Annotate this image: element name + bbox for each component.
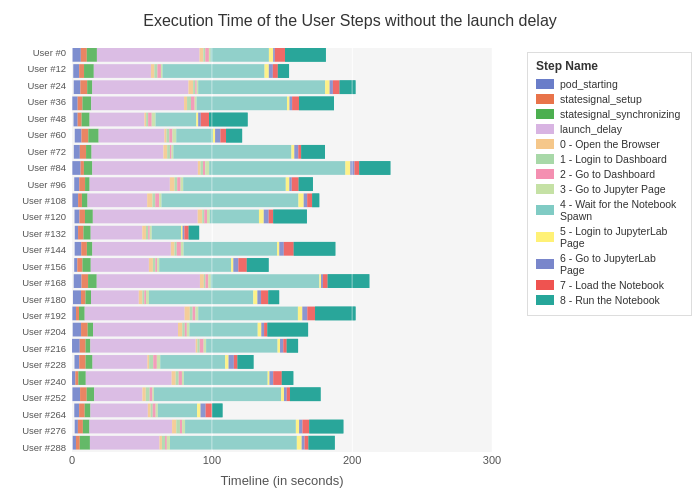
y-label: User #252 bbox=[0, 393, 70, 403]
svg-rect-201 bbox=[204, 274, 206, 288]
legend-label: pod_starting bbox=[560, 78, 618, 90]
legend-color-swatch bbox=[536, 79, 554, 89]
legend-label: 0 - Open the Browser bbox=[560, 138, 660, 150]
legend-label: 5 - Login to JupyterLab Page bbox=[560, 225, 683, 249]
svg-rect-90 bbox=[170, 145, 172, 159]
svg-rect-53 bbox=[292, 96, 299, 110]
legend-item: 4 - Wait for the Notebook Spawn bbox=[536, 198, 683, 222]
y-label: User #264 bbox=[0, 410, 70, 420]
svg-rect-349 bbox=[309, 436, 335, 450]
svg-rect-14 bbox=[73, 64, 79, 78]
svg-rect-98 bbox=[72, 161, 80, 175]
svg-rect-282 bbox=[78, 371, 85, 385]
svg-rect-304 bbox=[284, 387, 287, 401]
svg-rect-218 bbox=[149, 290, 253, 304]
svg-rect-1 bbox=[81, 48, 87, 62]
svg-rect-172 bbox=[171, 242, 175, 256]
svg-rect-24 bbox=[269, 64, 273, 78]
svg-rect-41 bbox=[340, 80, 356, 94]
svg-rect-137 bbox=[307, 193, 312, 207]
svg-rect-293 bbox=[282, 371, 293, 385]
svg-rect-319 bbox=[206, 404, 212, 418]
svg-rect-299 bbox=[146, 387, 150, 401]
y-label: User #288 bbox=[0, 443, 70, 453]
svg-rect-169 bbox=[81, 242, 87, 256]
svg-rect-213 bbox=[91, 290, 139, 304]
svg-rect-312 bbox=[148, 404, 151, 418]
svg-rect-71 bbox=[81, 129, 88, 143]
svg-rect-309 bbox=[79, 404, 85, 418]
x-label-100: 100 bbox=[203, 454, 221, 466]
svg-rect-209 bbox=[328, 274, 370, 288]
svg-rect-325 bbox=[89, 420, 172, 434]
svg-rect-121 bbox=[286, 177, 290, 191]
svg-rect-263 bbox=[283, 339, 286, 353]
svg-rect-286 bbox=[179, 371, 182, 385]
svg-rect-324 bbox=[83, 420, 90, 434]
svg-rect-345 bbox=[297, 436, 302, 450]
svg-rect-330 bbox=[185, 420, 296, 434]
svg-rect-252 bbox=[72, 339, 80, 353]
legend-item: pod_starting bbox=[536, 78, 683, 90]
svg-rect-157 bbox=[91, 226, 143, 240]
svg-rect-176 bbox=[184, 242, 278, 256]
svg-rect-267 bbox=[79, 355, 85, 369]
svg-rect-302 bbox=[154, 387, 281, 401]
svg-rect-83 bbox=[226, 129, 242, 143]
svg-rect-294 bbox=[72, 387, 80, 401]
svg-rect-280 bbox=[72, 371, 75, 385]
svg-rect-328 bbox=[180, 420, 182, 434]
svg-rect-246 bbox=[189, 323, 257, 337]
svg-rect-322 bbox=[75, 420, 78, 434]
y-label: User #96 bbox=[0, 180, 70, 190]
svg-rect-195 bbox=[247, 258, 269, 272]
svg-rect-217 bbox=[146, 290, 149, 304]
svg-rect-115 bbox=[90, 177, 170, 191]
svg-rect-260 bbox=[206, 339, 277, 353]
svg-rect-149 bbox=[259, 210, 264, 224]
svg-rect-242 bbox=[178, 323, 182, 337]
svg-rect-303 bbox=[281, 387, 284, 401]
chart-title: Execution Time of the User Steps without… bbox=[0, 0, 700, 30]
svg-rect-168 bbox=[75, 242, 82, 256]
legend-item: 6 - Go to JupyterLab Page bbox=[536, 252, 683, 276]
svg-rect-3 bbox=[97, 48, 200, 62]
svg-rect-133 bbox=[159, 193, 161, 207]
svg-rect-84 bbox=[74, 145, 80, 159]
svg-rect-81 bbox=[220, 129, 226, 143]
svg-rect-58 bbox=[82, 113, 90, 127]
svg-rect-273 bbox=[157, 355, 160, 369]
svg-rect-131 bbox=[152, 193, 155, 207]
legend: Step Name pod_startingstatesignal_setups… bbox=[527, 52, 692, 316]
svg-rect-35 bbox=[197, 80, 198, 94]
svg-rect-253 bbox=[80, 339, 86, 353]
y-label: User #228 bbox=[0, 360, 70, 370]
svg-rect-135 bbox=[298, 193, 303, 207]
svg-rect-2 bbox=[87, 48, 97, 62]
svg-rect-170 bbox=[87, 242, 92, 256]
svg-rect-191 bbox=[231, 258, 233, 272]
svg-rect-331 bbox=[296, 420, 299, 434]
svg-rect-289 bbox=[268, 371, 270, 385]
svg-rect-243 bbox=[182, 323, 184, 337]
svg-rect-125 bbox=[299, 177, 313, 191]
x-label-200: 200 bbox=[343, 454, 361, 466]
svg-rect-80 bbox=[215, 129, 220, 143]
svg-rect-298 bbox=[142, 387, 145, 401]
y-label: User #84 bbox=[0, 163, 70, 173]
svg-rect-188 bbox=[155, 258, 157, 272]
svg-rect-262 bbox=[280, 339, 283, 353]
svg-rect-21 bbox=[161, 64, 163, 78]
svg-rect-207 bbox=[323, 274, 328, 288]
svg-rect-134 bbox=[161, 193, 298, 207]
svg-rect-261 bbox=[278, 339, 280, 353]
svg-rect-225 bbox=[76, 307, 79, 321]
svg-rect-102 bbox=[198, 161, 201, 175]
svg-rect-73 bbox=[99, 129, 165, 143]
svg-rect-153 bbox=[273, 210, 307, 224]
svg-rect-256 bbox=[196, 339, 198, 353]
svg-rect-109 bbox=[354, 161, 359, 175]
svg-rect-7 bbox=[209, 48, 211, 62]
legend-label: 1 - Login to Dashboard bbox=[560, 153, 667, 165]
svg-rect-70 bbox=[75, 129, 82, 143]
